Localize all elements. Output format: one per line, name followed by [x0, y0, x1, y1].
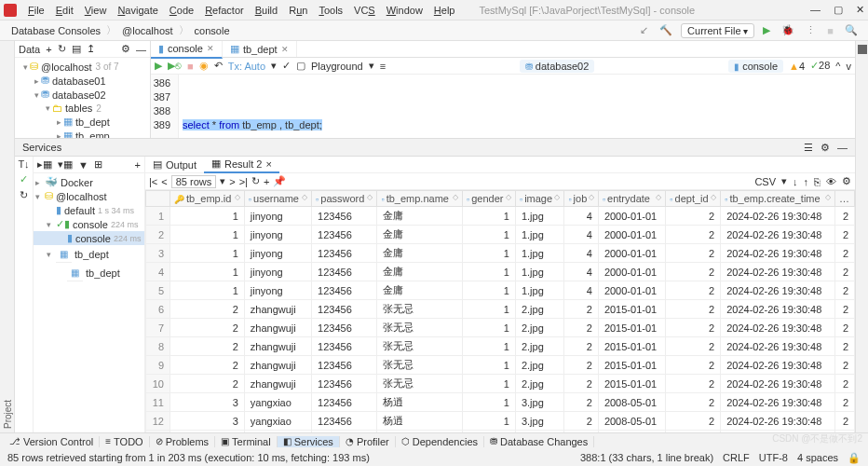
group-icon[interactable]: ⊞ — [94, 158, 102, 171]
refresh-icon[interactable]: ↻ — [58, 43, 66, 55]
add-icon[interactable]: + — [135, 159, 141, 171]
execute-explain-icon[interactable]: ▶⎋ — [168, 60, 182, 72]
close-tab-icon[interactable]: ✕ — [207, 44, 214, 53]
menu-refactor[interactable]: Refactor — [199, 5, 250, 16]
vcs-update-icon[interactable]: ↙ — [637, 24, 651, 36]
tx-mode[interactable]: Tx: Auto — [228, 61, 265, 72]
menu-build[interactable]: Build — [250, 5, 283, 16]
menu-tools[interactable]: Tools — [313, 5, 348, 16]
problems-tab[interactable]: ⊘Problems — [150, 436, 215, 447]
table-row[interactable]: 41jinyong123456金庸11.jpg42000-01-0122024-… — [146, 263, 855, 281]
maven-icon[interactable] — [858, 45, 867, 54]
col-entrydate[interactable]: ▫entrydate◇ — [598, 191, 665, 207]
table-row[interactable]: 72zhangwuji123456张无忌12.jpg22015-01-01220… — [146, 319, 855, 337]
collapse-icon[interactable]: — — [136, 44, 146, 55]
table-row[interactable]: 51jinyong123456金庸11.jpg42000-01-0122024-… — [146, 281, 855, 300]
table-row[interactable]: 92zhangwuji123456张无忌12.jpg22015-01-01220… — [146, 356, 855, 375]
col-gender[interactable]: ▫gender◇ — [462, 191, 515, 207]
table-row[interactable]: 123yangxiao123456杨逍13.jpg22008-05-012202… — [146, 412, 855, 431]
crumb-console[interactable]: console — [191, 25, 234, 36]
terminal-tab[interactable]: ▣Terminal — [215, 436, 278, 447]
up-icon[interactable]: ↥ — [87, 43, 95, 55]
services-tree[interactable]: ▸🐳Docker ▾⛁@localhost ▮default1 s 34 ms … — [34, 173, 144, 432]
todo-tab[interactable]: ≡TODO — [100, 436, 149, 447]
search-icon[interactable]: 🔍 — [842, 24, 861, 36]
table-row[interactable]: 82zhangwuji123456张无忌12.jpg22015-01-01220… — [146, 337, 855, 356]
menu-file[interactable]: File — [22, 5, 50, 16]
reload-icon[interactable]: ↻ — [251, 175, 260, 187]
dbchanges-tab[interactable]: ⛃Database Changes — [484, 436, 594, 447]
export-icon[interactable]: ↓ — [793, 176, 798, 187]
last-icon[interactable]: >| — [239, 176, 248, 187]
database-tab[interactable]: Database — [0, 41, 2, 432]
run-config-select[interactable]: Current File ▾ — [681, 23, 754, 38]
first-icon[interactable]: |< — [149, 176, 157, 187]
readonly-icon[interactable]: 🔒 — [848, 452, 861, 464]
add-icon[interactable]: + — [46, 44, 51, 55]
debug-icon[interactable]: 🐞 — [779, 24, 797, 36]
execute-icon[interactable]: ▶ — [155, 60, 162, 72]
menu-view[interactable]: View — [79, 5, 113, 16]
col-username[interactable]: ▫username◇ — [244, 191, 311, 207]
col-tb_emp.create_time[interactable]: ▫tb_emp.create_time◇ — [721, 191, 835, 207]
run-icon[interactable]: ▶ — [760, 24, 773, 36]
menu-window[interactable]: Window — [381, 5, 428, 16]
check-icon[interactable]: ✓ — [282, 60, 291, 72]
cursor-pos[interactable]: 388:1 (33 chars, 1 line break) — [580, 452, 713, 464]
select-view-icon[interactable]: ☰ — [804, 142, 813, 154]
settings-icon[interactable]: ≡ — [380, 61, 386, 72]
col-image[interactable]: ▫image◇ — [515, 191, 563, 207]
table-row[interactable]: 113yangxiao123456杨逍13.jpg22008-05-012202… — [146, 393, 855, 412]
services-tab[interactable]: ◧Services — [278, 436, 340, 447]
col-job[interactable]: ▫job◇ — [564, 191, 598, 207]
csv-select[interactable]: CSV — [754, 176, 776, 187]
filter-icon[interactable]: ▤ — [72, 43, 81, 55]
table-row[interactable]: 31jinyong123456金庸11.jpg42000-01-0122024-… — [146, 244, 855, 263]
db-tree[interactable]: ▾⛁@localhost3 of 7 ▸⛃database01 ▾⛃databa… — [15, 58, 150, 138]
view-icon[interactable]: 👁 — [826, 176, 836, 187]
table-row[interactable]: 62zhangwuji123456张无忌12.jpg22015-01-01220… — [146, 300, 855, 319]
expand-icon[interactable]: ▸▦ — [37, 158, 52, 171]
add-row-icon[interactable]: + — [264, 176, 269, 187]
playground-label[interactable]: Playground — [311, 61, 363, 72]
table-row[interactable]: 21jinyong123456金庸11.jpg42000-01-0122024-… — [146, 226, 855, 244]
commit-icon[interactable]: ◉ — [199, 60, 209, 72]
menu-help[interactable]: Help — [428, 5, 461, 16]
version-control-tab[interactable]: ⎇Version Control — [4, 436, 100, 447]
close-icon[interactable]: ✕ — [856, 4, 864, 16]
more-run-icon[interactable]: ⋮ — [803, 24, 819, 36]
ok-icon[interactable]: ✓ — [20, 173, 28, 185]
settings-icon[interactable]: ⚙ — [121, 43, 130, 55]
col-dept_id[interactable]: ▫dept_id◇ — [666, 191, 721, 207]
tx-icon[interactable]: T↓ — [18, 158, 29, 170]
output-tab[interactable]: ▤ Output — [145, 157, 204, 172]
col-tb_emp.id[interactable]: 🔑tb_emp.id◇ — [170, 191, 245, 207]
menu-run[interactable]: Run — [283, 5, 313, 16]
import-icon[interactable]: ↑ — [804, 176, 809, 187]
menu-edit[interactable]: Edit — [50, 5, 79, 16]
rollback-icon[interactable]: ↶ — [214, 60, 223, 72]
hammer-icon[interactable]: 🔨 — [657, 24, 675, 36]
line-sep[interactable]: CRLF — [723, 452, 750, 464]
dependencies-tab[interactable]: ⬡Dependencies — [396, 436, 484, 447]
crumb-consoles[interactable]: Database Consoles — [7, 25, 104, 36]
collapse-icon[interactable]: ▾▦ — [58, 158, 73, 171]
col-tb_emp.name[interactable]: ▫tb_emp.name◇ — [377, 191, 462, 207]
menu-vcs[interactable]: VCS — [348, 5, 381, 16]
filter-icon[interactable]: ▼ — [78, 159, 88, 171]
console-badge[interactable]: ▮ console — [728, 60, 783, 73]
tab-console[interactable]: ▮console✕ — [151, 41, 223, 59]
close-tab-icon[interactable]: ✕ — [281, 45, 289, 54]
profiler-tab[interactable]: ◔Profiler — [340, 436, 396, 447]
indent[interactable]: 4 spaces — [797, 452, 838, 464]
dump-icon[interactable]: ⎘ — [814, 176, 821, 187]
table-row[interactable]: 102zhangwuji123456张无忌12.jpg22015-01-0122… — [146, 375, 855, 393]
result-grid[interactable]: 🔑tb_emp.id◇▫username◇▫password◇▫tb_emp.n… — [145, 190, 855, 432]
stop-icon[interactable]: ■ — [187, 61, 194, 72]
schema-badge[interactable]: ⛃ database02 — [520, 60, 594, 73]
minimize-icon[interactable]: — — [810, 4, 821, 16]
menu-navigate[interactable]: Navigate — [112, 5, 163, 16]
rows-count[interactable]: 85 rows — [171, 175, 217, 188]
copy-icon[interactable]: ▢ — [296, 60, 305, 72]
maximize-icon[interactable]: ▢ — [834, 4, 843, 16]
